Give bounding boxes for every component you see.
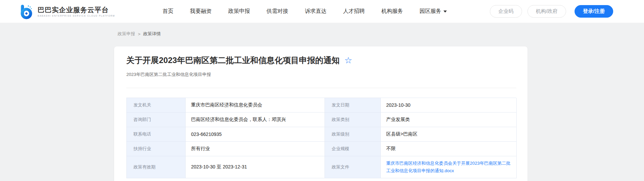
table-label: 发文机关 (127, 98, 186, 113)
login-register-button[interactable]: 登录/注册 (575, 5, 613, 18)
header-actions: 企业码 机构/政府 登录/注册 (490, 5, 613, 18)
section-divider (126, 88, 516, 88)
nav-item-label: 首页 (163, 8, 173, 15)
nav-item-label: 园区服务 (420, 8, 441, 15)
policy-file-link[interactable]: 重庆市巴南区经济和信息化委员会关于开展2023年巴南区第二批工业和信息化项目申报… (386, 160, 511, 174)
logo-subtitle: BABASHI ENTERPRISE SERVICE CLOUD PLATFOR… (38, 15, 115, 17)
table-value: 所有行业 (186, 142, 325, 156)
breadcrumb-separator: > (138, 32, 141, 37)
page-title: 关于开展2023年巴南区第二批工业和信息化项目申报的通知 (126, 55, 339, 66)
nav-item-label: 政策申报 (228, 8, 250, 15)
nav-item-2[interactable]: 政策申报 (228, 8, 250, 15)
table-value: 2023-10-30 至 2023-12-31 (186, 156, 325, 178)
table-label: 企业规模 (325, 142, 381, 156)
nav-item-label: 我要融资 (190, 8, 212, 15)
site-header: 巴巴实企业服务云平台 BABASHI ENTERPRISE SERVICE CL… (0, 0, 644, 23)
platform-logo[interactable]: 巴巴实企业服务云平台 BABASHI ENTERPRISE SERVICE CL… (19, 4, 115, 19)
chevron-down-icon (443, 11, 447, 13)
policy-detail-card: 关于开展2023年巴南区第二批工业和信息化项目申报的通知 ☆ 2023年巴南区第… (114, 46, 527, 181)
table-label: 政策级别 (325, 127, 381, 142)
table-value: 不限 (381, 142, 517, 156)
org-gov-button[interactable]: 机构/政府 (527, 5, 566, 18)
nav-item-label: 人才招聘 (343, 8, 365, 15)
table-label: 发文日期 (325, 98, 381, 113)
logo-b-icon (19, 4, 34, 19)
nav-item-label: 供需对接 (267, 8, 288, 15)
table-label: 政策文件 (325, 156, 381, 178)
table-value: 区县级>巴南区 (381, 127, 517, 142)
breadcrumb-policy-apply[interactable]: 政策申报 (118, 31, 135, 37)
table-label: 扶持行业 (127, 142, 186, 156)
nav-item-0[interactable]: 首页 (163, 8, 173, 15)
breadcrumb-policy-detail: 政策详情 (143, 31, 161, 37)
nav-item-1[interactable]: 我要融资 (190, 8, 212, 15)
table-value: 023-66210935 (186, 127, 325, 142)
nav-item-label: 诉求直达 (305, 8, 327, 15)
policy-subtitle: 2023年巴南区第二批工业和信息化项目申报 (126, 72, 516, 78)
logo-title: 巴巴实企业服务云平台 (38, 6, 115, 14)
breadcrumb: 政策申报 > 政策详情 (118, 31, 644, 37)
table-label: 政策有效期 (127, 156, 186, 178)
table-value: 2023-10-30 (381, 98, 517, 113)
table-value: 产业发展类 (381, 113, 517, 127)
nav-item-3[interactable]: 供需对接 (267, 8, 288, 15)
table-value: 巴南区经济和信息化委员会，联系人：邓淇兴 (186, 113, 325, 127)
nav-item-7[interactable]: 园区服务 (420, 8, 447, 15)
nav-item-5[interactable]: 人才招聘 (343, 8, 365, 15)
table-value: 重庆市巴南区经济和信息化委员会 (186, 98, 325, 113)
nav-item-4[interactable]: 诉求直达 (305, 8, 327, 15)
nav-item-label: 机构服务 (381, 8, 403, 15)
title-row: 关于开展2023年巴南区第二批工业和信息化项目申报的通知 ☆ (126, 55, 516, 66)
table-label: 政策类别 (325, 113, 381, 127)
nav-item-6[interactable]: 机构服务 (381, 8, 403, 15)
table-label: 联系电话 (127, 127, 186, 142)
policy-info-table: 发文机关重庆市巴南区经济和信息化委员会发文日期2023-10-30咨询部门巴南区… (126, 98, 516, 178)
enterprise-code-button[interactable]: 企业码 (490, 5, 522, 18)
table-label: 咨询部门 (127, 113, 186, 127)
table-value: 重庆市巴南区经济和信息化委员会关于开展2023年巴南区第二批工业和信息化项目申报… (381, 156, 517, 178)
favorite-star-icon[interactable]: ☆ (344, 56, 352, 65)
main-nav: 首页我要融资政策申报供需对接诉求直达人才招聘机构服务园区服务 (163, 8, 447, 15)
